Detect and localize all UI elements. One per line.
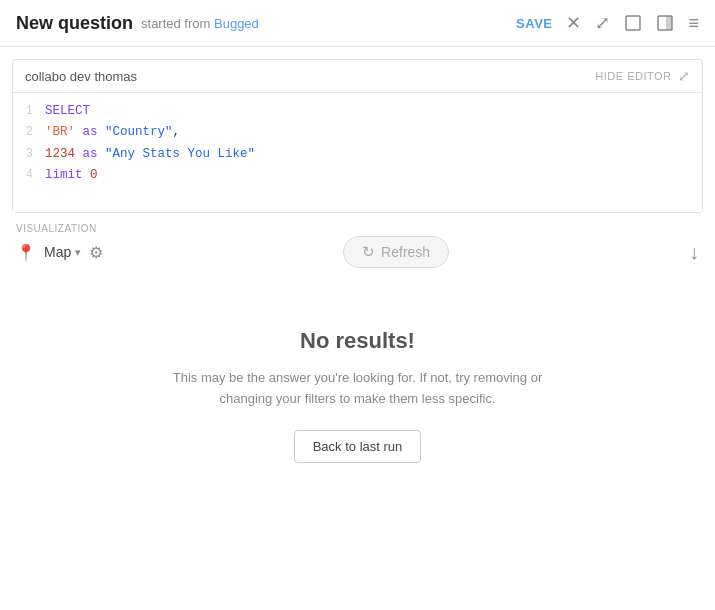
line-number-4: 4: [13, 165, 45, 185]
line-number-1: 1: [13, 101, 45, 121]
code-line-4: 4 limit 0: [13, 165, 702, 186]
hide-editor-label: HIDE EDITOR: [595, 70, 671, 82]
page-title: New question: [16, 13, 133, 34]
app-header: New question started from Bugged SAVE ✕ …: [0, 0, 715, 47]
close-icon[interactable]: ✕: [566, 12, 581, 34]
code-line-1: 1 SELECT: [13, 101, 702, 122]
menu-icon[interactable]: ≡: [688, 13, 699, 34]
collapse-icon: ⤢: [678, 68, 691, 84]
svg-rect-2: [666, 16, 672, 30]
code-content-3: 1234 as "Any Stats You Like": [45, 144, 702, 165]
code-editor[interactable]: 1 SELECT 2 'BR' as "Country", 3 1234 as …: [13, 93, 702, 212]
code-content-1: SELECT: [45, 101, 702, 122]
refresh-icon: ↻: [362, 243, 375, 261]
code-content-2: 'BR' as "Country",: [45, 122, 702, 143]
expand-arrows-icon[interactable]: ⤢: [595, 12, 610, 34]
visualization-section: VISUALIZATION 📍 Map ▾ ⚙ ↻ Refresh ↓: [0, 213, 715, 268]
line-number-2: 2: [13, 122, 45, 142]
editor-container: collabo dev thomas HIDE EDITOR ⤢ 1 SELEC…: [12, 59, 703, 213]
source-link[interactable]: Bugged: [214, 16, 259, 31]
svg-rect-0: [626, 16, 640, 30]
note-icon[interactable]: [624, 14, 642, 32]
viz-controls: 📍 Map ▾ ⚙: [16, 243, 103, 262]
no-results-area: No results! This may be the answer you'r…: [0, 268, 715, 493]
map-label: Map: [44, 244, 71, 260]
panel-icon[interactable]: [656, 14, 674, 32]
code-content-4: limit 0: [45, 165, 702, 186]
visualization-label: VISUALIZATION: [16, 223, 699, 234]
save-button[interactable]: SAVE: [516, 16, 552, 31]
code-line-2: 2 'BR' as "Country",: [13, 122, 702, 143]
download-icon[interactable]: ↓: [689, 241, 699, 264]
line-number-3: 3: [13, 144, 45, 164]
no-results-title: No results!: [300, 328, 415, 354]
map-select[interactable]: Map ▾: [44, 244, 81, 260]
collab-info: collabo dev thomas: [25, 69, 137, 84]
back-to-last-run-button[interactable]: Back to last run: [294, 430, 422, 463]
code-line-empty: [13, 186, 702, 204]
subtitle-prefix: started from: [141, 16, 210, 31]
gear-icon[interactable]: ⚙: [89, 243, 103, 262]
refresh-button[interactable]: ↻ Refresh: [343, 236, 449, 268]
header-actions: SAVE ✕ ⤢ ≡: [516, 12, 699, 34]
pin-icon: 📍: [16, 243, 36, 262]
chevron-down-icon: ▾: [75, 246, 81, 259]
no-results-description: This may be the answer you're looking fo…: [148, 368, 568, 410]
code-line-3: 3 1234 as "Any Stats You Like": [13, 144, 702, 165]
hide-editor-button[interactable]: HIDE EDITOR ⤢: [595, 68, 690, 84]
header-subtitle: started from Bugged: [141, 16, 259, 31]
refresh-label: Refresh: [381, 244, 430, 260]
editor-header: collabo dev thomas HIDE EDITOR ⤢: [13, 60, 702, 93]
